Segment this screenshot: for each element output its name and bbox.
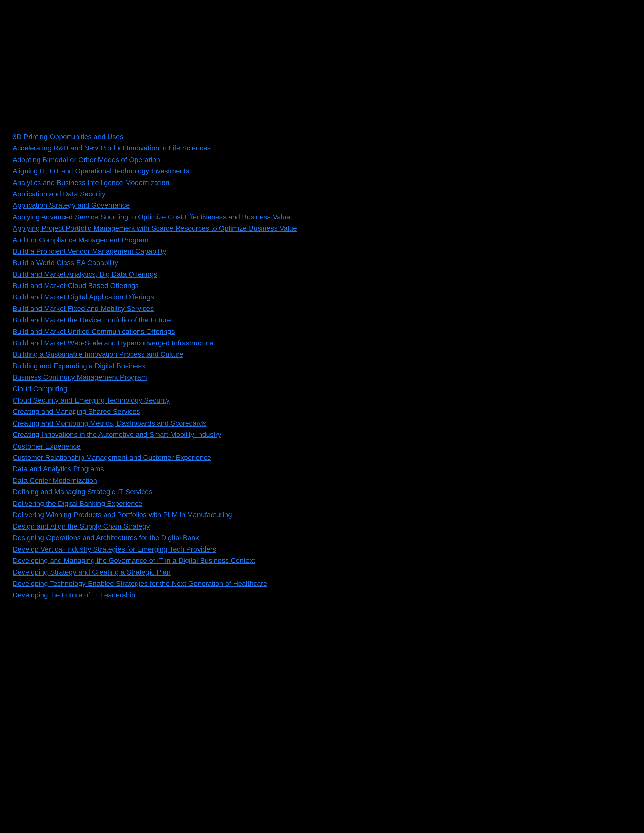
list-link-18[interactable]: Build and Market Web-Scale and Hyperconv… — [13, 339, 213, 347]
list-link-5[interactable]: Application and Data Security — [13, 190, 105, 198]
list-item: Developing Technology-Enabled Strategies… — [13, 578, 631, 589]
list-link-12[interactable]: Build and Market Analytics, Big Data Off… — [13, 270, 157, 278]
list-link-29[interactable]: Data and Analytics Programs — [13, 465, 104, 473]
list-link-24[interactable]: Creating and Managing Shared Services — [13, 408, 140, 415]
list-link-23[interactable]: Cloud Security and Emerging Technology S… — [13, 396, 170, 404]
list-link-10[interactable]: Build a Proficient Vendor Management Cap… — [13, 248, 166, 255]
list-item: Design and Align the Supply Chain Strate… — [13, 521, 631, 532]
list-item: Data and Analytics Programs — [13, 463, 631, 474]
list-item: Build and Market Digital Application Off… — [13, 291, 631, 302]
list-item: Delivering Winning Products and Portfoli… — [13, 510, 631, 520]
list-link-31[interactable]: Defining and Managing Strategic IT Servi… — [13, 488, 153, 496]
list-link-25[interactable]: Creating and Monitoring Metrics, Dashboa… — [13, 419, 206, 427]
list-link-21[interactable]: Business Continuity Management Program — [13, 373, 147, 381]
list-item: Building a Sustainable Innovation Proces… — [13, 349, 631, 360]
list-link-0[interactable]: 3D Printing Opportunities and Uses — [13, 133, 124, 141]
list-item: Building and Expanding a Digital Busines… — [13, 360, 631, 371]
list-item: Designing Operations and Architectures f… — [13, 532, 631, 543]
list-item: Develop Vertical-Industry Strategies for… — [13, 544, 631, 555]
list-item: Build and Market Unified Communications … — [13, 326, 631, 337]
list-link-37[interactable]: Developing and Managing the Governance o… — [13, 556, 255, 564]
list-item: Build a Proficient Vendor Management Cap… — [13, 246, 631, 257]
list-link-34[interactable]: Design and Align the Supply Chain Strate… — [13, 522, 150, 530]
list-item: Application and Data Security — [13, 188, 631, 199]
list-item: Developing the Future of IT Leadership — [13, 590, 631, 600]
list-link-33[interactable]: Delivering Winning Products and Portfoli… — [13, 511, 232, 519]
list-item: Build and Market the Device Portfolio of… — [13, 315, 631, 325]
list-item: Creating and Monitoring Metrics, Dashboa… — [13, 418, 631, 429]
list-link-7[interactable]: Applying Advanced Service Sourcing to Op… — [13, 213, 290, 221]
link-list: 3D Printing Opportunities and UsesAccele… — [13, 131, 631, 600]
list-link-36[interactable]: Develop Vertical-Industry Strategies for… — [13, 545, 216, 553]
list-item: Creating and Managing Shared Services — [13, 406, 631, 417]
list-link-8[interactable]: Applying Project Portfolio Management wi… — [13, 224, 297, 232]
list-item: Adopting Bimodal or Other Modes of Opera… — [13, 154, 631, 165]
list-link-20[interactable]: Building and Expanding a Digital Busines… — [13, 362, 145, 370]
list-link-27[interactable]: Customer Experience — [13, 442, 80, 450]
list-link-32[interactable]: Delivering the Digital Banking Experienc… — [13, 500, 142, 507]
list-item: Developing and Managing the Governance o… — [13, 555, 631, 566]
list-item: Data Center Modernization — [13, 475, 631, 486]
list-link-19[interactable]: Building a Sustainable Innovation Proces… — [13, 351, 184, 358]
list-item: Developing Strategy and Creating a Strat… — [13, 567, 631, 577]
main-content: 3D Printing Opportunities and UsesAccele… — [0, 0, 644, 621]
list-link-38[interactable]: Developing Strategy and Creating a Strat… — [13, 568, 171, 576]
list-link-16[interactable]: Build and Market the Device Portfolio of… — [13, 316, 171, 324]
list-item: Accelerating R&D and New Product Innovat… — [13, 143, 631, 153]
list-link-22[interactable]: Cloud Computing — [13, 385, 67, 393]
list-item: Creating Innovations in the Automotive a… — [13, 429, 631, 440]
list-link-39[interactable]: Developing Technology-Enabled Strategies… — [13, 580, 267, 587]
list-item: Application Strategy and Governance — [13, 200, 631, 211]
list-item: Customer Relationship Management and Cus… — [13, 452, 631, 463]
list-item: Audit or Compliance Management Program — [13, 235, 631, 245]
list-link-28[interactable]: Customer Relationship Management and Cus… — [13, 453, 211, 462]
list-item: Business Continuity Management Program — [13, 372, 631, 383]
list-link-15[interactable]: Build and Market Fixed and Mobility Serv… — [13, 305, 154, 312]
list-item: Defining and Managing Strategic IT Servi… — [13, 486, 631, 497]
list-link-3[interactable]: Aligning IT, IoT and Operational Technol… — [13, 167, 189, 175]
list-link-6[interactable]: Application Strategy and Governance — [13, 201, 130, 209]
list-item: Build and Market Cloud Based Offerings — [13, 280, 631, 291]
list-item: Customer Experience — [13, 441, 631, 452]
list-link-2[interactable]: Adopting Bimodal or Other Modes of Opera… — [13, 156, 160, 164]
list-link-4[interactable]: Analytics and Business Intelligence Mode… — [13, 179, 169, 187]
list-link-30[interactable]: Data Center Modernization — [13, 477, 97, 484]
list-link-13[interactable]: Build and Market Cloud Based Offerings — [13, 282, 138, 289]
list-link-11[interactable]: Build a World Class EA Capability — [13, 259, 118, 267]
list-item: Aligning IT, IoT and Operational Technol… — [13, 166, 631, 177]
list-item: Build and Market Web-Scale and Hyperconv… — [13, 338, 631, 348]
list-item: Build and Market Analytics, Big Data Off… — [13, 269, 631, 280]
list-link-40[interactable]: Developing the Future of IT Leadership — [13, 591, 135, 599]
list-link-35[interactable]: Designing Operations and Architectures f… — [13, 534, 199, 542]
list-link-17[interactable]: Build and Market Unified Communications … — [13, 328, 175, 336]
list-link-9[interactable]: Audit or Compliance Management Program — [13, 236, 148, 244]
list-link-14[interactable]: Build and Market Digital Application Off… — [13, 293, 154, 301]
list-link-1[interactable]: Accelerating R&D and New Product Innovat… — [13, 144, 211, 152]
list-item: Analytics and Business Intelligence Mode… — [13, 177, 631, 188]
list-item: Cloud Security and Emerging Technology S… — [13, 395, 631, 406]
list-item: Applying Advanced Service Sourcing to Op… — [13, 212, 631, 222]
list-link-26[interactable]: Creating Innovations in the Automotive a… — [13, 431, 221, 439]
list-item: 3D Printing Opportunities and Uses — [13, 131, 631, 142]
list-item: Build a World Class EA Capability — [13, 257, 631, 268]
list-item: Cloud Computing — [13, 383, 631, 394]
list-item: Delivering the Digital Banking Experienc… — [13, 498, 631, 509]
list-item: Applying Project Portfolio Management wi… — [13, 223, 631, 234]
list-item: Build and Market Fixed and Mobility Serv… — [13, 303, 631, 314]
